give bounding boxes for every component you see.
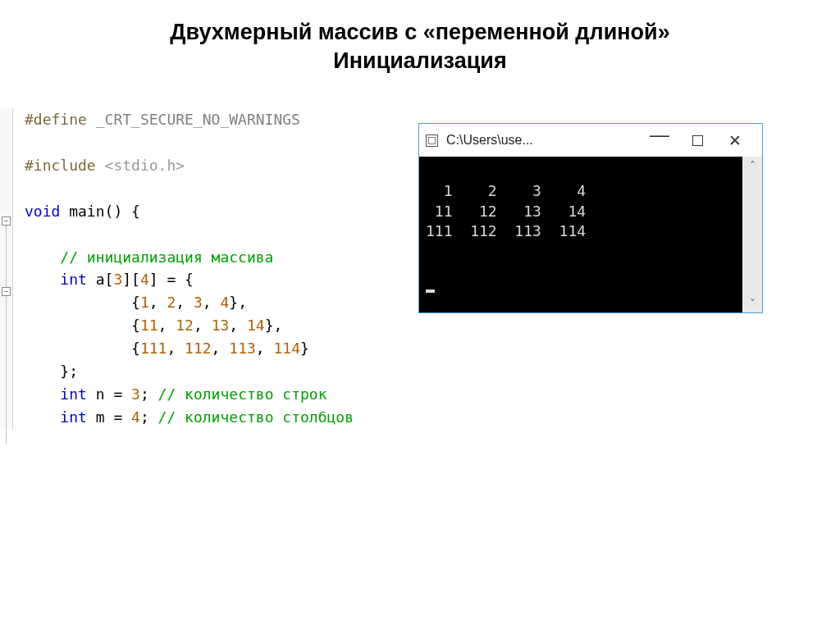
close-button[interactable]: ✕ xyxy=(716,131,754,150)
code-line: {111, 112, 113, 114} xyxy=(15,337,386,360)
chevron-down-icon[interactable]: ˅ xyxy=(750,298,756,309)
console-row: 1 2 3 4 xyxy=(426,182,586,199)
fold-line xyxy=(6,296,7,444)
window-titlebar: C:\Users\use... — ✕ xyxy=(419,124,762,157)
console-window: C:\Users\use... — ✕ 1 2 3 4 11 12 13 14 … xyxy=(418,123,763,313)
console-output: 1 2 3 4 11 12 13 14 111 112 113 114 xyxy=(419,157,742,312)
code-line: }; xyxy=(15,360,386,383)
code-line: int n = 3; // количество строк xyxy=(15,383,386,406)
maximize-button[interactable] xyxy=(678,135,716,146)
maximize-icon xyxy=(692,135,703,146)
fold-toggle-icon[interactable]: − xyxy=(2,217,11,226)
code-line xyxy=(15,177,386,200)
code-line: #define _CRT_SECURE_NO_WARNINGS xyxy=(15,108,386,131)
minimize-button[interactable]: — xyxy=(641,132,678,148)
cursor-icon xyxy=(426,289,435,293)
window-title: C:\Users\use... xyxy=(446,133,641,148)
console-row: 11 12 13 14 xyxy=(426,203,586,220)
console-row: 111 112 113 114 xyxy=(426,222,586,239)
code-line: #include <stdio.h> xyxy=(15,154,386,177)
slide-title: Двухмерный массив с «переменной длиной» … xyxy=(0,0,840,75)
app-icon xyxy=(426,134,438,147)
console-window-wrap: C:\Users\use... — ✕ 1 2 3 4 11 12 13 14 … xyxy=(418,123,771,428)
code-line: void main() { xyxy=(15,200,386,223)
scrollbar[interactable]: ˄ ˅ xyxy=(742,157,762,312)
title-line-1: Двухмерный массив с «переменной длиной» xyxy=(0,18,840,47)
console-body: 1 2 3 4 11 12 13 14 111 112 113 114 ˄ ˅ xyxy=(419,157,762,312)
title-line-2: Инициализация xyxy=(0,47,840,75)
code-block: − − #define _CRT_SECURE_NO_WARNINGS #inc… xyxy=(0,108,386,428)
content-row: − − #define _CRT_SECURE_NO_WARNINGS #inc… xyxy=(0,108,840,428)
fold-toggle-icon[interactable]: − xyxy=(2,287,11,296)
code-line: {11, 12, 13, 14}, xyxy=(15,314,386,337)
code-line xyxy=(15,223,386,246)
close-icon: ✕ xyxy=(728,132,742,149)
fold-line xyxy=(6,226,7,287)
code-line: int m = 4; // количество столбцов xyxy=(15,406,386,429)
minimize-icon: — xyxy=(650,123,669,145)
code-line: {1, 2, 3, 4}, xyxy=(15,291,386,314)
chevron-up-icon[interactable]: ˄ xyxy=(750,160,756,171)
code-line: // инициализация массива xyxy=(15,246,386,269)
fold-gutter: − − xyxy=(0,108,13,428)
code-line: int a[3][4] = { xyxy=(15,268,386,291)
code-line xyxy=(15,131,386,154)
